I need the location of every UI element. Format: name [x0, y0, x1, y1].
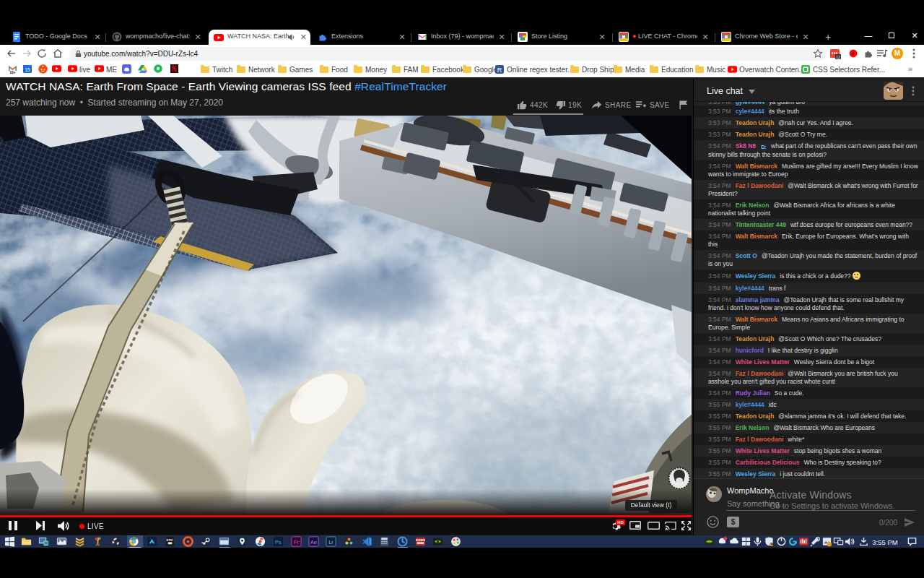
svg-text:Lr: Lr [328, 539, 334, 545]
svg-text:HONED: HONED [416, 539, 426, 542]
svg-text:12: 12 [836, 55, 840, 59]
svg-text:Fr: Fr [294, 539, 300, 545]
svg-text:R: R [497, 66, 502, 74]
svg-text:Ps: Ps [275, 539, 282, 545]
svg-text:Ae: Ae [310, 539, 317, 545]
svg-text:10+: 10+ [9, 70, 16, 74]
svg-text:15: 15 [25, 67, 30, 72]
svg-text:EPIC: EPIC [167, 538, 174, 542]
